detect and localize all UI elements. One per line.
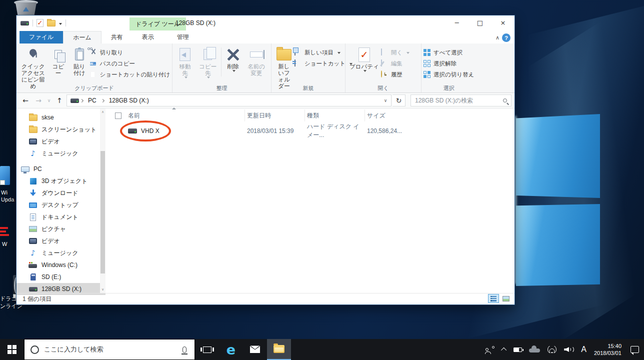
sidebar-item-videos[interactable]: ビデオ <box>16 235 106 247</box>
up-button[interactable]: ↑ <box>54 94 66 106</box>
thumbnail-view-button[interactable] <box>500 294 512 303</box>
copy-to-button[interactable]: コピー先 <box>196 46 220 80</box>
taskbar-search-input[interactable]: ここに入力して検索 <box>24 339 195 360</box>
tab-share[interactable]: 共有 <box>102 31 132 44</box>
edit-icon <box>381 60 382 66</box>
sidebar-item-skse[interactable]: skse <box>16 112 106 124</box>
group-label-clipboard: クリップボード <box>16 84 172 92</box>
customize-toolbar-icon[interactable] <box>59 23 62 25</box>
search-input[interactable]: 128GB SD (X:)の検索 <box>410 94 512 106</box>
sidebar-item-sd-e[interactable]: SD (E:) <box>16 271 106 283</box>
sidebar-scrollbar[interactable]: ∧ ∨ <box>100 108 106 293</box>
tab-view[interactable]: 表示 <box>132 31 164 44</box>
task-view-button[interactable] <box>195 339 219 360</box>
delete-button[interactable]: 削除 <box>223 46 243 73</box>
clock[interactable]: 15:40 2018/03/01 <box>590 342 626 356</box>
tab-home[interactable]: ホーム <box>63 31 102 44</box>
select-none-button[interactable]: 選択解除 <box>424 59 474 68</box>
edit-button[interactable]: 編集 <box>381 59 410 68</box>
column-header-size[interactable]: サイズ <box>365 110 421 122</box>
back-button[interactable]: ← <box>20 94 32 106</box>
history-button[interactable]: 履歴 <box>381 70 410 80</box>
copy-to-icon <box>204 49 212 60</box>
start-button[interactable] <box>0 339 24 360</box>
file-modified: 2018/03/01 15:39 <box>245 128 305 134</box>
new-item-button[interactable]: 新しい項目 <box>294 48 352 58</box>
rename-button[interactable]: 名前の変更 <box>244 46 268 78</box>
file-row-vhdx[interactable]: VHD X 2018/03/01 15:39 ハード ディスク イメー... 1… <box>113 124 514 138</box>
hidden-icons-button[interactable] <box>499 339 510 360</box>
cut-button[interactable]: 切り取り <box>90 48 170 58</box>
collapse-ribbon-icon[interactable]: ∧ <box>496 34 500 41</box>
sidebar-item-3d-objects[interactable]: 3D オブジェクト <box>16 175 106 187</box>
paste-shortcut-button[interactable]: ショートカットの貼り付け <box>90 70 170 80</box>
title-bar[interactable]: ✓ ドライブ ツール 128GB SD (X:) − □ × <box>16 16 514 30</box>
new-folder-quick-icon[interactable] <box>47 20 56 26</box>
file-type: ハード ディスク イメー... <box>305 122 365 140</box>
drive-icon <box>29 287 38 292</box>
details-view-button[interactable] <box>488 294 499 303</box>
sidebar-item-music[interactable]: ♪ ミュージック <box>16 247 106 259</box>
sidebar-item-music-quick[interactable]: ♪ ミュージック <box>16 148 106 160</box>
address-breadcrumb[interactable]: PC 128GB SD (X:) ∨ <box>66 94 392 106</box>
sidebar-item-pictures[interactable]: ピクチャ <box>16 223 106 235</box>
copy-button[interactable]: コピー <box>48 46 68 78</box>
file-list: 名前 更新日時 種類 サイズ VHD X 2018/03/01 15:39 ハー… <box>106 108 514 293</box>
column-header-type[interactable]: 種類 <box>305 110 365 122</box>
recent-locations-icon[interactable]: ∨ <box>46 94 52 106</box>
scrollbar-thumb[interactable] <box>100 151 105 274</box>
clock-time: 15:40 <box>608 343 622 349</box>
network-button[interactable] <box>544 339 560 360</box>
microphone-icon[interactable] <box>182 346 186 353</box>
edge-button[interactable]: e <box>219 339 243 360</box>
breadcrumb-pc[interactable]: PC <box>84 95 100 106</box>
action-center-icon[interactable] <box>630 346 639 353</box>
tab-manage[interactable]: 管理 <box>168 31 198 44</box>
file-explorer-button[interactable] <box>267 339 291 360</box>
history-icon <box>381 70 382 78</box>
sidebar-item-desktop[interactable]: デスクトップ <box>16 199 106 211</box>
breadcrumb-chevron-icon <box>80 98 84 102</box>
sidebar-item-pc[interactable]: PC <box>16 163 106 175</box>
address-dropdown-icon[interactable]: ∨ <box>381 98 390 103</box>
select-all-checkbox[interactable] <box>115 112 122 119</box>
sidebar-item-screenshots[interactable]: スクリーンショット <box>16 124 106 136</box>
tab-file[interactable]: ファイル <box>20 31 63 44</box>
paste-button[interactable]: 貼り付け <box>70 46 90 78</box>
move-to-button[interactable]: 移動先 <box>175 46 195 80</box>
ime-indicator[interactable]: A <box>578 339 590 360</box>
help-icon[interactable]: ? <box>502 34 510 42</box>
column-header-modified[interactable]: 更新日時 <box>245 110 305 122</box>
column-header-name[interactable]: 名前 <box>126 110 245 122</box>
shortcut-icon <box>294 60 296 66</box>
invert-selection-button[interactable]: 選択の切り替え <box>424 70 474 80</box>
new-folder-button[interactable]: 新しいフォルダー <box>274 46 294 90</box>
new-shortcut-button[interactable]: ショートカット <box>294 59 352 68</box>
sidebar-item-documents[interactable]: ドキュメント <box>16 211 106 223</box>
select-all-button[interactable]: すべて選択 <box>424 48 474 58</box>
copy-path-button[interactable]: W... パスのコピー <box>90 59 170 68</box>
open-button[interactable]: 開く <box>381 48 410 58</box>
volume-button[interactable] <box>560 339 578 360</box>
minimize-button[interactable]: − <box>446 16 468 30</box>
onedrive-button[interactable] <box>526 339 544 360</box>
desktop-icon-w-app[interactable]: W <box>0 223 15 253</box>
sidebar-item-downloads[interactable]: ダウンロード <box>16 187 106 199</box>
battery-button[interactable] <box>510 339 526 360</box>
sidebar-item-videos-quick[interactable]: ビデオ <box>16 136 106 148</box>
ribbon-group-select: すべて選択 選択解除 選択の切り替え 選択 <box>422 44 476 92</box>
sidebar-item-windows-c[interactable]: Windows (C:) <box>16 259 106 271</box>
scroll-down-icon[interactable]: ∨ <box>100 286 106 293</box>
pin-to-quick-access-button[interactable]: クイック アクセスにピン留め <box>19 46 48 90</box>
properties-button[interactable]: ✓ プロパティ <box>348 46 380 73</box>
desktop-icon-windows-update[interactable]: WiUpda <box>0 166 17 208</box>
scroll-up-icon[interactable]: ∧ <box>100 108 106 116</box>
people-button[interactable] <box>482 339 499 360</box>
properties-quick-icon[interactable]: ✓ <box>36 19 44 27</box>
close-button[interactable]: × <box>492 16 514 30</box>
maximize-button[interactable]: □ <box>468 16 492 30</box>
refresh-button[interactable]: ↻ <box>392 94 406 106</box>
mail-button[interactable] <box>243 339 267 360</box>
breadcrumb-current[interactable]: 128GB SD (X:) <box>106 95 152 106</box>
forward-button[interactable]: → <box>32 94 44 106</box>
